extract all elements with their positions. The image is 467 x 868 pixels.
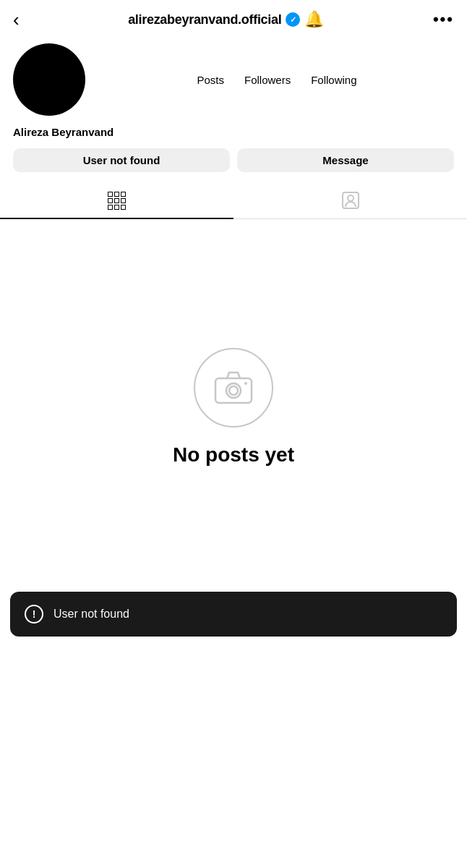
profile-top: Posts Followers Following	[13, 43, 454, 116]
avatar	[13, 43, 85, 116]
tabs	[0, 182, 467, 219]
message-button[interactable]: Message	[237, 148, 454, 172]
profile-buttons: User not found Message	[13, 148, 454, 172]
profile-username: alirezabeyranvand.official	[128, 12, 281, 27]
verified-badge-icon	[286, 12, 300, 27]
toast-notification: User not found	[10, 592, 457, 637]
posts-label: Posts	[197, 74, 224, 86]
header-center: alirezabeyranvand.official 🔔	[20, 10, 433, 29]
svg-point-5	[244, 382, 247, 385]
grid-icon	[108, 192, 126, 210]
following-label: Following	[311, 74, 356, 86]
toast-message: User not found	[53, 608, 129, 621]
profile-stats: Posts Followers Following	[100, 74, 454, 86]
content-area: No posts yet	[0, 219, 467, 581]
camera-circle	[194, 348, 273, 427]
profile-name: Alireza Beyranvand	[13, 126, 454, 138]
followers-stat[interactable]: Followers	[244, 74, 291, 86]
following-stat[interactable]: Following	[311, 74, 356, 86]
back-button[interactable]: ‹	[13, 10, 20, 29]
toast-alert-icon	[25, 605, 43, 624]
header: ‹ alirezabeyranvand.official 🔔 •••	[0, 0, 467, 36]
profile-section: Posts Followers Following Alireza Beyran…	[0, 36, 467, 172]
svg-point-1	[348, 195, 354, 201]
svg-point-4	[229, 386, 238, 395]
tab-grid[interactable]	[0, 182, 234, 218]
user-not-found-button[interactable]: User not found	[13, 148, 230, 172]
followers-label: Followers	[244, 74, 291, 86]
notification-bell-icon[interactable]: 🔔	[304, 10, 324, 29]
tab-tagged[interactable]	[234, 182, 467, 218]
no-posts-label: No posts yet	[173, 443, 294, 467]
camera-icon	[214, 371, 253, 404]
posts-stat: Posts	[197, 74, 224, 86]
tagged-icon	[341, 191, 360, 210]
more-options-button[interactable]: •••	[433, 10, 454, 29]
